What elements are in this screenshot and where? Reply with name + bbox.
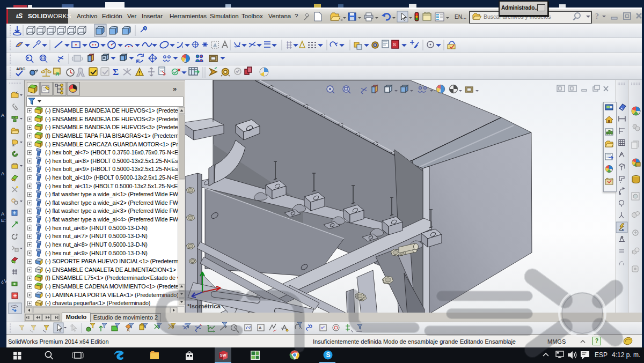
svg-text:Σ: Σ (113, 67, 119, 77)
svg-text:?: ? (595, 12, 599, 20)
svg-text:4:12 p. m.: 4:12 p. m. (612, 351, 640, 359)
svg-text:S: S (393, 42, 396, 47)
svg-text:ABC: ABC (16, 66, 26, 71)
svg-text:EN...: EN... (455, 14, 466, 20)
svg-text:SW: SW (220, 353, 226, 357)
svg-text:»: » (173, 85, 177, 93)
svg-text:A: A (259, 325, 262, 330)
svg-text:ESP: ESP (595, 351, 608, 359)
svg-text:S: S (326, 351, 331, 359)
svg-text:x²: x² (321, 325, 325, 330)
svg-text:*Isométrica: *Isométrica (187, 303, 221, 309)
